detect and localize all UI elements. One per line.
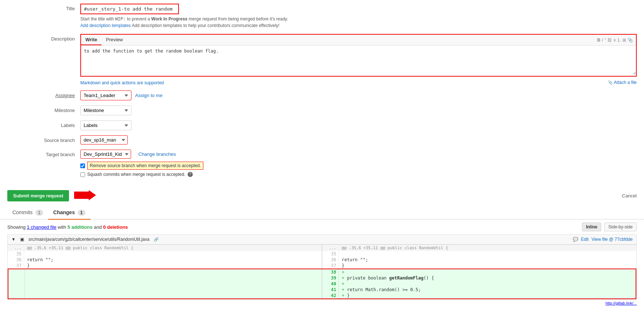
right-code-36: return ""; bbox=[339, 257, 636, 263]
right-code-39: + private boolean getRandomFlag() { bbox=[339, 275, 636, 281]
left-code-36: return ""; bbox=[24, 257, 322, 263]
left-context-code: @@ -35,6 +35,11 @@ public class RandomUt… bbox=[24, 245, 322, 251]
left-code-41 bbox=[25, 287, 322, 293]
commits-badge: 1 bbox=[35, 210, 43, 216]
comment-icon[interactable]: 💬 bbox=[573, 237, 578, 242]
collapse-icon[interactable]: ▼ bbox=[11, 237, 16, 242]
right-ln-41: 41 bbox=[322, 287, 339, 293]
changes-badge: 1 bbox=[78, 210, 85, 216]
assignee-select[interactable]: Team1_Leader bbox=[80, 90, 131, 100]
right-ln-38: 38 bbox=[322, 269, 339, 275]
squash-help-icon[interactable]: ? bbox=[188, 172, 193, 177]
arrow-icon bbox=[74, 190, 96, 200]
right-ln-35: 35 bbox=[322, 251, 339, 257]
left-ln-39 bbox=[8, 275, 25, 281]
title-hint: Start the title with WIP: to prevent a W… bbox=[80, 16, 637, 29]
diff-file-header: ▼ ▣ src/main/java/com/gzb/callcenter/ser… bbox=[7, 234, 637, 244]
view-file-btn[interactable]: View file @ 77cbfdde bbox=[591, 237, 633, 242]
target-branch-select[interactable]: Dev_Sprint16_Kid bbox=[80, 150, 131, 159]
file-summary: Showing 1 changed file with 5 additions … bbox=[0, 220, 644, 234]
table-icon[interactable]: ⊞ bbox=[622, 38, 626, 43]
left-code-42 bbox=[25, 293, 322, 298]
right-ln-36: 36 bbox=[322, 257, 339, 263]
desc-toolbar: B I " ⛓ ≡ 1. ⊞ 📎 bbox=[594, 35, 636, 45]
labels-label: Labels bbox=[7, 120, 80, 128]
source-branch-label: Source branch bbox=[7, 135, 80, 143]
list-icon[interactable]: ≡ bbox=[613, 38, 616, 43]
assign-me-link[interactable]: Assign to me bbox=[135, 93, 162, 98]
diff-content: ... @@ -35,6 +35,11 @@ public class Rand… bbox=[7, 244, 637, 300]
edit-file-btn[interactable]: Edit bbox=[581, 237, 589, 242]
left-ln-40 bbox=[8, 281, 25, 287]
attachment-icon[interactable]: 📎 bbox=[628, 38, 633, 43]
tab-preview[interactable]: Preview bbox=[101, 35, 127, 45]
right-code-35 bbox=[339, 251, 636, 257]
right-code-37: } bbox=[339, 263, 636, 269]
right-ln-40: 40 bbox=[322, 281, 339, 287]
sidebyside-view-btn[interactable]: Side-by-side bbox=[604, 223, 637, 231]
right-ln-37: 37 bbox=[322, 263, 339, 269]
right-ln-context: ... bbox=[322, 245, 339, 251]
left-code-40 bbox=[25, 281, 322, 287]
left-ln-38 bbox=[8, 269, 25, 275]
view-toggle: Inline Side-by-side bbox=[582, 223, 637, 231]
assignee-label-link[interactable]: Assignee bbox=[55, 93, 75, 98]
cancel-link[interactable]: Cancel bbox=[622, 193, 637, 198]
left-ln-context: ... bbox=[8, 245, 24, 251]
right-code-42: + } bbox=[339, 293, 636, 298]
milestone-select[interactable]: Milestone bbox=[80, 105, 131, 115]
left-ln-36: 36 bbox=[8, 257, 24, 263]
ordered-list-icon[interactable]: 1. bbox=[617, 38, 621, 43]
file-icon: ▣ bbox=[20, 237, 24, 242]
milestone-label: Milestone bbox=[7, 105, 80, 113]
left-ln-35: 35 bbox=[8, 251, 24, 257]
right-code-41: + return Math.random() >= 0.5; bbox=[339, 287, 636, 293]
left-code-35 bbox=[24, 251, 322, 257]
title-input[interactable] bbox=[80, 4, 179, 14]
title-label: Title bbox=[7, 4, 80, 11]
left-ln-41 bbox=[8, 287, 25, 293]
description-textarea[interactable]: to add the function to get the random bo… bbox=[81, 46, 636, 75]
italic-icon[interactable]: I bbox=[602, 38, 603, 43]
labels-select[interactable]: Labels bbox=[80, 120, 131, 130]
change-branches-link[interactable]: Change branches bbox=[138, 151, 176, 157]
submit-merge-button[interactable]: Submit merge request bbox=[7, 190, 69, 201]
description-label: Description bbox=[7, 34, 80, 42]
remove-branch-checkbox[interactable] bbox=[80, 163, 85, 168]
assignee-label: Assignee bbox=[7, 90, 80, 98]
remove-branch-label: Remove source branch when merge request … bbox=[87, 162, 203, 170]
inline-view-btn[interactable]: Inline bbox=[582, 223, 601, 231]
left-code-38 bbox=[25, 269, 322, 275]
left-ln-42 bbox=[8, 293, 25, 298]
tab-commits[interactable]: Commits 1 bbox=[7, 206, 48, 220]
link-icon[interactable]: ⛓ bbox=[607, 38, 612, 43]
additions-count: 5 additions bbox=[68, 224, 93, 230]
source-branch-select[interactable]: dev_sp16_man bbox=[80, 135, 128, 144]
action-bar: Submit merge request Cancel bbox=[0, 186, 644, 206]
tab-changes[interactable]: Changes 1 bbox=[48, 206, 91, 220]
gitlab-link[interactable]: http://gitlab.link/... bbox=[605, 301, 637, 305]
bold-icon[interactable]: B bbox=[597, 38, 601, 43]
file-link-icon[interactable]: 🔗 bbox=[154, 237, 159, 242]
left-code-37: } bbox=[24, 263, 322, 269]
svg-marker-0 bbox=[74, 190, 96, 200]
left-ln-37: 37 bbox=[8, 263, 24, 269]
added-lines-block: 38 + 39 + private boolean getRandomFlag(… bbox=[8, 269, 636, 299]
tabs-bar: Commits 1 Changes 1 bbox=[0, 206, 644, 220]
left-code-39 bbox=[25, 275, 322, 281]
attach-file-link[interactable]: 📎 Attach a file bbox=[608, 80, 637, 85]
file-path: src/main/java/com/gzb/callcenter/service… bbox=[28, 237, 149, 242]
diff-file-actions: 💬 Edit View file @ 77cbfdde bbox=[573, 237, 633, 242]
squash-commits-checkbox[interactable] bbox=[80, 172, 85, 177]
right-ln-42: 42 bbox=[322, 293, 339, 298]
quote-icon[interactable]: " bbox=[605, 38, 606, 43]
target-branch-label: Target branch bbox=[7, 150, 80, 157]
deletions-count: 0 deletions bbox=[103, 224, 128, 230]
description-template-link[interactable]: Add description templates bbox=[80, 23, 131, 28]
footer-link: http://gitlab.link/... bbox=[0, 300, 644, 307]
changed-file-link[interactable]: 1 changed file bbox=[27, 224, 57, 230]
right-ln-39: 39 bbox=[322, 275, 339, 281]
squash-commits-label: Squash commits when merge request is acc… bbox=[87, 172, 185, 177]
tab-write[interactable]: Write bbox=[81, 35, 101, 45]
right-code-40: + bbox=[339, 281, 636, 287]
